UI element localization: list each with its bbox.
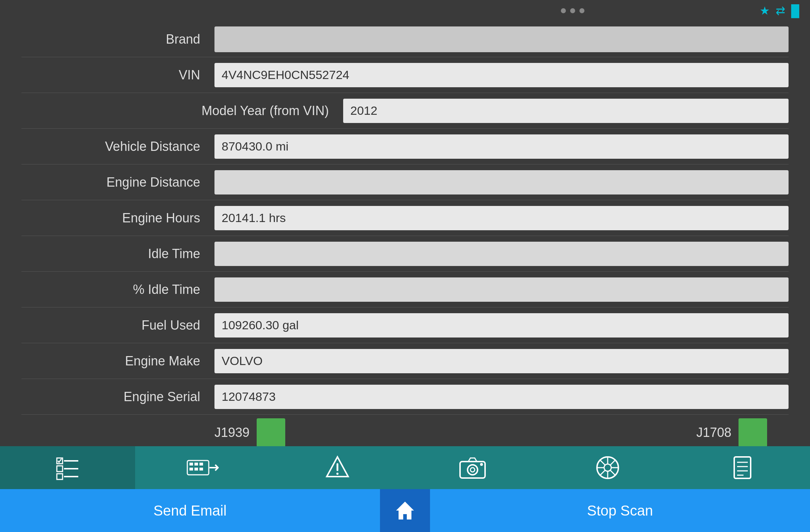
- signal-icon: ⇄: [776, 4, 785, 18]
- vin-label: VIN: [21, 68, 214, 83]
- report-icon: [730, 455, 755, 480]
- home-button[interactable]: [380, 489, 430, 532]
- battery-icon: █: [791, 4, 799, 18]
- engine-make-row: Engine Make VOLVO: [21, 343, 789, 379]
- pct-idle-time-value: [214, 277, 789, 302]
- pct-idle-time-row: % Idle Time: [21, 272, 789, 307]
- vin-row: VIN 4V4NC9EH0CN552724: [21, 57, 789, 93]
- dot-1: [561, 8, 566, 13]
- idle-time-value: [214, 242, 789, 266]
- dot-2: [570, 8, 575, 13]
- j1939-indicator: [257, 418, 285, 447]
- vin-value: 4V4NC9EH0CN552724: [214, 63, 789, 87]
- model-year-label: Model Year (from VIN): [21, 103, 343, 118]
- vehicle-distance-row: Vehicle Distance 870430.0 mi: [21, 129, 789, 164]
- engine-hours-value: 20141.1 hrs: [214, 206, 789, 230]
- bluetooth-icon: ★: [760, 4, 770, 18]
- stop-scan-button[interactable]: Stop Scan: [430, 489, 810, 532]
- engine-hours-row: Engine Hours 20141.1 hrs: [21, 200, 789, 236]
- engine-distance-label: Engine Distance: [21, 175, 214, 190]
- svg-line-29: [610, 470, 615, 475]
- diagnostics-icon: [187, 457, 219, 478]
- svg-line-31: [600, 470, 605, 475]
- engine-serial-label: Engine Serial: [21, 389, 214, 404]
- nav-item-wheel[interactable]: [540, 446, 675, 489]
- send-email-button[interactable]: Send Email: [0, 489, 380, 532]
- brand-value: [214, 26, 789, 52]
- svg-rect-10: [189, 468, 193, 471]
- idle-time-label: Idle Time: [21, 246, 214, 261]
- nav-item-report[interactable]: [675, 446, 810, 489]
- main-content: Brand VIN 4V4NC9EH0CN552724 Model Year (…: [0, 21, 810, 450]
- vehicle-distance-value: 870430.0 mi: [214, 134, 789, 159]
- home-icon: [394, 500, 416, 521]
- svg-rect-2: [57, 466, 63, 472]
- engine-distance-row: Engine Distance: [21, 164, 789, 200]
- fuel-used-label: Fuel Used: [21, 318, 214, 333]
- model-year-value: 2012: [343, 99, 789, 123]
- nav-item-checklist[interactable]: [0, 446, 135, 489]
- dot-3: [579, 8, 584, 13]
- fuel-used-value: 109260.30 gal: [214, 313, 789, 338]
- top-bar: ★ ⇄ █: [0, 0, 810, 21]
- svg-marker-37: [396, 502, 414, 519]
- j1939-label: J1939: [214, 425, 250, 440]
- fuel-used-row: Fuel Used 109260.30 gal: [21, 307, 789, 343]
- bottom-action-bar: Send Email Stop Scan: [0, 489, 810, 532]
- warnings-icon: [325, 455, 350, 480]
- wheel-icon: [595, 455, 620, 480]
- checklist-icon: [55, 455, 80, 480]
- svg-rect-9: [199, 463, 203, 466]
- svg-rect-7: [189, 463, 193, 466]
- engine-serial-row: Engine Serial 12074873: [21, 379, 789, 415]
- vehicle-distance-label: Vehicle Distance: [21, 139, 214, 154]
- j1708-item: J1708: [696, 418, 767, 447]
- engine-serial-value: 12074873: [214, 385, 789, 409]
- svg-rect-11: [194, 468, 198, 471]
- brand-label: Brand: [21, 32, 214, 47]
- engine-hours-label: Engine Hours: [21, 211, 214, 226]
- svg-rect-12: [199, 468, 203, 471]
- j1708-indicator: [739, 418, 767, 447]
- j1939-item: J1939: [214, 418, 285, 447]
- engine-distance-value: [214, 170, 789, 194]
- model-year-row: Model Year (from VIN) 2012: [21, 93, 789, 129]
- engine-make-value: VOLVO: [214, 349, 789, 373]
- brand-row: Brand: [21, 21, 789, 57]
- svg-line-28: [600, 460, 605, 465]
- svg-rect-8: [194, 463, 198, 466]
- svg-marker-20: [468, 458, 477, 462]
- svg-point-21: [480, 463, 483, 466]
- nav-item-camera[interactable]: [405, 446, 540, 489]
- protocol-row: J1939 J1708: [21, 415, 789, 450]
- nav-item-diagnostics[interactable]: [135, 446, 270, 489]
- j1708-label: J1708: [696, 425, 731, 440]
- svg-rect-4: [57, 474, 63, 479]
- bottom-nav: [0, 446, 810, 489]
- camera-icon: [458, 455, 487, 480]
- svg-line-30: [610, 460, 615, 465]
- pct-idle-time-label: % Idle Time: [21, 282, 214, 297]
- status-icons: ★ ⇄ █: [760, 4, 799, 18]
- svg-point-18: [468, 465, 478, 475]
- engine-make-label: Engine Make: [21, 354, 214, 369]
- top-dots: [385, 8, 760, 13]
- svg-point-16: [336, 473, 339, 475]
- svg-point-19: [470, 468, 475, 472]
- nav-item-warnings[interactable]: [270, 446, 405, 489]
- idle-time-row: Idle Time: [21, 236, 789, 272]
